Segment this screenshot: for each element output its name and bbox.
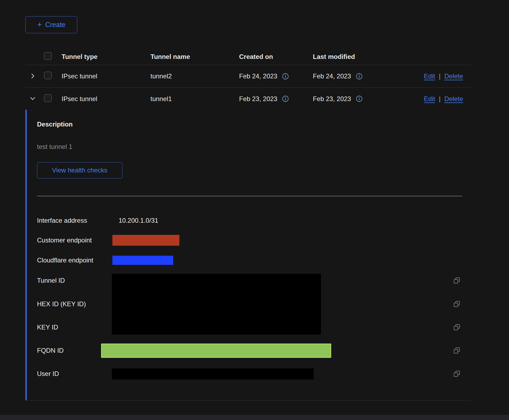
last-modified-value: Feb 23, 2023 <box>313 95 351 103</box>
tunnel-type-value: IPsec tunnel <box>59 95 150 103</box>
tunnel-type-value: IPsec tunnel <box>59 72 150 80</box>
fqdn-id-redacted-value <box>101 344 331 358</box>
tunnel-id-label: Tunnel ID <box>37 276 65 285</box>
copy-icon <box>453 281 461 285</box>
user-id-redacted-value <box>112 368 314 379</box>
detail-divider <box>37 196 462 196</box>
info-icon[interactable] <box>282 95 289 102</box>
delete-link[interactable]: Delete <box>444 72 463 80</box>
action-separator: | <box>439 72 440 80</box>
header-tunnel-type: Tunnel type <box>59 53 150 61</box>
action-separator: | <box>439 95 440 103</box>
hex-id-label: HEX ID (KEY ID) <box>37 300 86 308</box>
expand-row-button[interactable] <box>25 65 43 87</box>
create-button-label: Create <box>45 21 65 29</box>
edit-link[interactable]: Edit <box>424 95 435 103</box>
table-row: IPsec tunnel tunnel1 Feb 23, 2023 Feb 23… <box>25 88 471 110</box>
tunnel-name-value: tunnel2 <box>150 72 239 80</box>
copy-key-id-button[interactable] <box>453 324 461 331</box>
customer-endpoint-label: Customer endpoint <box>37 236 92 244</box>
create-button[interactable]: + Create <box>25 16 77 33</box>
cloudflare-endpoint-redacted-value <box>112 256 173 265</box>
description-value: test tunnel 1 <box>37 143 72 151</box>
chevron-right-icon <box>29 72 36 80</box>
copy-user-id-button[interactable] <box>453 370 461 378</box>
last-modified-value: Feb 24, 2023 <box>313 72 351 80</box>
copy-tunnel-id-button[interactable] <box>453 277 461 284</box>
key-id-label: KEY ID <box>37 323 58 331</box>
copy-icon <box>453 351 461 355</box>
copy-icon <box>453 374 461 378</box>
fqdn-id-label: FQDN ID <box>37 346 64 355</box>
description-heading: Description <box>37 120 73 128</box>
info-icon[interactable] <box>282 73 289 80</box>
table-row: IPsec tunnel tunnel2 Feb 24, 2023 Feb 24… <box>25 65 471 88</box>
interface-address-label: Interface address <box>37 216 87 225</box>
info-icon[interactable] <box>356 73 363 80</box>
cloudflare-endpoint-label: Cloudflare endpoint <box>37 256 93 264</box>
header-created-on: Created on <box>239 53 313 61</box>
ids-redacted-value <box>112 274 321 335</box>
table-bottom-divider <box>25 400 471 401</box>
view-health-checks-button[interactable]: View health checks <box>37 162 122 178</box>
header-tunnel-name: Tunnel name <box>150 53 239 61</box>
edit-link[interactable]: Edit <box>424 72 435 80</box>
copy-hex-id-button[interactable] <box>453 300 461 308</box>
copy-fqdn-id-button[interactable] <box>453 347 461 354</box>
chevron-down-icon <box>29 95 36 103</box>
row-checkbox[interactable] <box>44 72 52 79</box>
tunnels-table: Tunnel type Tunnel name Created on Last … <box>25 49 471 110</box>
user-id-label: User ID <box>37 370 59 378</box>
created-on-value: Feb 23, 2023 <box>239 95 277 103</box>
created-on-value: Feb 24, 2023 <box>239 72 277 80</box>
plus-icon: + <box>37 21 42 29</box>
customer-endpoint-redacted-value <box>112 235 179 246</box>
table-header-row: Tunnel type Tunnel name Created on Last … <box>25 49 471 65</box>
header-last-modified: Last modified <box>313 53 416 61</box>
copy-icon <box>453 328 461 332</box>
tunnel-details-panel: Description test tunnel 1 View health ch… <box>25 110 471 400</box>
next-section-edge <box>0 415 509 420</box>
interface-address-value: 10.200.1.0/31 <box>119 216 158 225</box>
collapse-row-button[interactable] <box>25 88 43 110</box>
row-checkbox[interactable] <box>44 94 52 102</box>
copy-icon <box>453 305 461 309</box>
select-all-checkbox[interactable] <box>44 52 52 60</box>
info-icon[interactable] <box>356 95 363 102</box>
tunnel-name-value: tunnel1 <box>150 95 239 103</box>
delete-link[interactable]: Delete <box>444 95 463 103</box>
